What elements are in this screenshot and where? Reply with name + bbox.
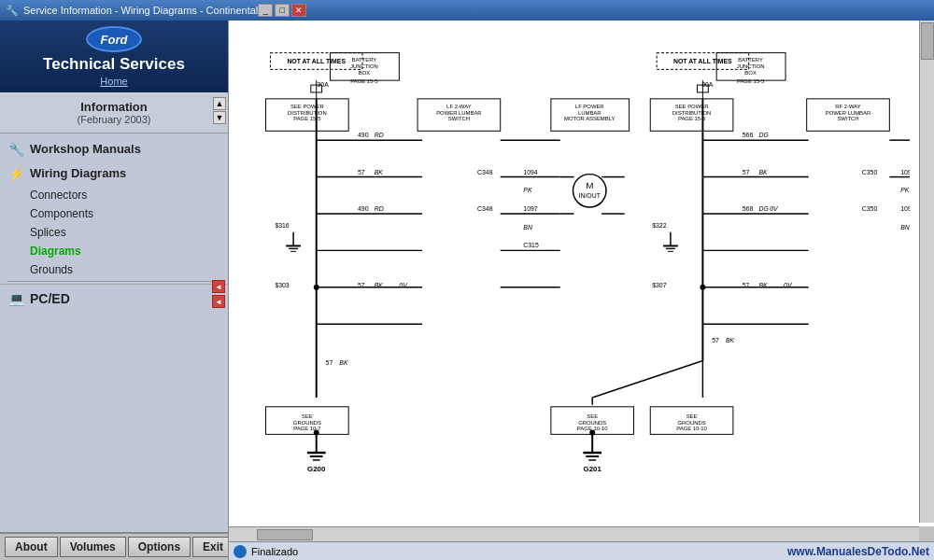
svg-text:$303: $303 [275,282,289,288]
svg-point-83 [589,429,595,435]
svg-text:BK: BK [375,282,384,288]
svg-text:1094: 1094 [523,169,537,175]
svg-text:DG: DG [758,205,769,212]
svg-text:LF POWER: LF POWER [575,104,604,109]
svg-text:RD: RD [375,132,384,138]
svg-point-73 [314,429,319,435]
svg-text:57: 57 [712,337,719,343]
scrollbar-thumb-h[interactable] [257,529,313,540]
diagram-arrow-down[interactable]: ◄ [212,295,225,308]
vertical-scrollbar[interactable] [919,21,934,523]
content-wrapper: NOT AT ALL TIMES BATTERY JUNCTION BOX PA… [229,21,934,560]
sidebar-scroll-top: ▲ ▼ [213,97,226,124]
scroll-corner [919,526,934,541]
svg-text:30A: 30A [701,81,714,88]
volumes-button[interactable]: Volumes [60,537,126,557]
svg-text:POWER LUMBAR: POWER LUMBAR [436,110,481,116]
svg-text:M: M [586,180,593,190]
title-bar-icon: 🔧 [6,5,19,17]
svg-text:LF 2-WAY: LF 2-WAY [446,104,472,109]
svg-text:$307: $307 [652,282,666,288]
svg-text:C350: C350 [862,205,878,212]
svg-text:RD: RD [375,205,384,212]
svg-text:57: 57 [743,282,750,288]
svg-text:SEE: SEE [686,413,698,419]
svg-text:JUNCTION: JUNCTION [350,63,378,69]
svg-text:SWITCH: SWITCH [837,117,858,122]
sidebar-item-pced[interactable]: 💻 PC/ED [0,284,228,313]
ford-logo-area: Ford Technical Services Home [0,21,228,92]
svg-text:568: 568 [743,205,754,212]
sidebar-item-workshop[interactable]: 🔧 Workshop Manuals [0,137,228,161]
svg-text:BN: BN [900,224,910,231]
maximize-button[interactable]: □ [275,4,290,17]
svg-text:57: 57 [358,282,365,288]
svg-text:JUNCTION: JUNCTION [737,63,765,69]
title-bar-buttons: _ □ ✕ [258,4,306,17]
svg-text:NOT AT ALL TIMES: NOT AT ALL TIMES [287,58,346,64]
sidebar-item-grounds[interactable]: Grounds [0,260,228,279]
ford-home-link[interactable]: Home [6,76,222,87]
wiring-diagram-svg: NOT AT ALL TIMES BATTERY JUNCTION BOX PA… [238,30,910,517]
wiring-icon: ⚡ [7,165,24,182]
diagram-area: NOT AT ALL TIMES BATTERY JUNCTION BOX PA… [229,21,919,526]
svg-text:BOX: BOX [359,70,371,76]
close-button[interactable]: ✕ [291,4,306,17]
exit-button[interactable]: Exit [192,537,229,557]
workshop-icon: 🔧 [7,141,24,158]
sidebar-item-connectors[interactable]: Connectors [0,186,228,204]
svg-text:LUMBAR: LUMBAR [578,110,601,116]
minimize-button[interactable]: _ [258,4,273,17]
sidebar-item-wiring[interactable]: ⚡ Wiring Diagrams [0,161,228,186]
svg-text:57: 57 [743,169,750,175]
about-button[interactable]: About [5,537,58,557]
info-date: (February 2003) [9,114,219,125]
sidebar-item-components[interactable]: Components [0,204,228,223]
sidebar: Ford Technical Services Home ▲ ▼ Informa… [0,21,229,560]
diagram-arrow-up[interactable]: ◄ [212,280,225,293]
svg-text:SEE POWER: SEE POWER [290,104,324,109]
sidebar-item-diagrams[interactable]: Diagrams [0,242,228,260]
diagram-arrows: ◄ ◄ [212,280,225,308]
svg-text:C348: C348 [477,205,493,212]
scrollbar-thumb-v[interactable] [921,22,934,60]
svg-text:BATTERY: BATTERY [352,57,377,63]
scroll-down-btn[interactable]: ▼ [213,111,226,124]
svg-text:57: 57 [326,359,333,366]
svg-text:G200: G200 [307,465,326,473]
ford-oval: Ford [86,26,142,52]
sidebar-separator [7,281,220,282]
info-section: Information (February 2003) [0,92,228,133]
svg-text:57: 57 [358,169,365,175]
svg-text:BK: BK [758,282,768,288]
sidebar-item-splices[interactable]: Splices [0,223,228,242]
svg-text:C315: C315 [523,242,539,248]
svg-text:1094: 1094 [900,169,910,175]
options-button[interactable]: Options [128,537,191,557]
svg-text:G201: G201 [584,465,602,473]
svg-text:PAGE 15-5: PAGE 15-5 [350,78,378,84]
horizontal-scrollbar[interactable] [229,526,919,541]
svg-text:C348: C348 [477,169,493,175]
info-title: Information [9,100,219,114]
svg-text:0V: 0V [399,282,408,288]
svg-text:GROUNDS: GROUNDS [678,420,706,426]
svg-text:$316: $316 [275,222,289,229]
svg-text:GROUNDS: GROUNDS [293,420,321,426]
svg-text:BATTERY: BATTERY [738,57,763,63]
scroll-up-btn[interactable]: ▲ [213,97,226,110]
svg-text:1097: 1097 [900,205,910,212]
svg-text:566: 566 [743,132,754,138]
svg-text:BN: BN [523,224,532,231]
svg-text:IN/OUT: IN/OUT [579,192,601,199]
nav-section: 🔧 Workshop Manuals ⚡ Wiring Diagrams Con… [0,133,228,560]
status-bar: Finalizado www.ManualesDeTodo.Net [229,541,934,560]
svg-text:BK: BK [339,359,348,366]
svg-text:SEE: SEE [587,413,598,419]
svg-text:NOT AT ALL TIMES: NOT AT ALL TIMES [673,58,732,64]
svg-text:$322: $322 [652,222,666,229]
svg-text:PAGE 10-10: PAGE 10-10 [676,426,707,431]
title-bar: 🔧 Service Information - Wiring Diagrams … [0,0,934,21]
svg-text:1097: 1097 [523,205,537,212]
svg-text:GROUNDS: GROUNDS [578,420,606,426]
